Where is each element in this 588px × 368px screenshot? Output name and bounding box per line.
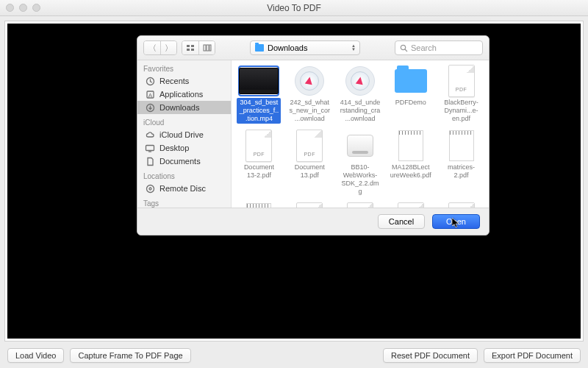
chevron-updown-icon: ▲▼ <box>351 44 356 52</box>
svg-point-7 <box>401 45 405 49</box>
svg-point-16 <box>149 188 151 190</box>
file-item[interactable]: PDFTNPSC-GENER...RIAL.pdf <box>438 204 484 208</box>
nav-back-button[interactable]: 〈 <box>144 41 160 54</box>
downloads-icon <box>145 103 155 112</box>
file-item[interactable]: PDFDocument 13-2.pdf <box>236 131 282 197</box>
file-thumbnail: PROV <box>391 204 431 208</box>
search-icon <box>400 44 408 52</box>
svg-rect-6 <box>209 45 211 51</box>
open-file-dialog: 〈 〉 Downloads ▲▼ Search FavoritesRecents… <box>137 35 490 236</box>
file-name-label: 304_sd_best_practices_f...tion.mp4 <box>237 98 281 124</box>
svg-point-15 <box>146 185 154 192</box>
search-input[interactable]: Search <box>395 40 483 55</box>
file-thumbnail <box>340 66 380 96</box>
file-thumbnail <box>391 66 431 96</box>
svg-text:A: A <box>148 91 152 98</box>
location-popup[interactable]: Downloads ▲▼ <box>250 40 360 55</box>
file-browser[interactable]: 304_sd_best_practices_f...tion.mp4242_sd… <box>232 60 489 208</box>
sidebar-item-remote-disc[interactable]: Remote Disc <box>137 182 231 195</box>
window-title: Video To PDF <box>0 3 588 13</box>
export-pdf-button[interactable]: Export PDF Document <box>484 348 581 363</box>
file-item[interactable]: matrices-2.pdf <box>438 131 484 197</box>
file-item[interactable]: PROVEisenDistri.provisionprofile <box>337 204 384 208</box>
file-name-label: Document 13-2.pdf <box>237 163 281 180</box>
file-thumbnail <box>239 204 279 208</box>
file-thumbnail <box>442 131 481 160</box>
svg-line-8 <box>405 49 407 52</box>
capture-frame-button[interactable]: Capture Frame To PDF Page <box>70 348 190 363</box>
file-thumbnail: PDF <box>239 131 279 160</box>
sidebar-item-label: Recents <box>159 77 189 85</box>
file-name-label: PDFDemo <box>394 98 428 107</box>
open-button-label: Open <box>446 217 466 226</box>
reset-pdf-button[interactable]: Reset PDF Document <box>383 348 478 363</box>
sidebar-item-documents[interactable]: Documents <box>137 155 231 168</box>
file-name-label: BB10-WebWorks-SDK_2.2.dmg <box>338 163 382 197</box>
sidebar-item-label: Documents <box>159 157 201 166</box>
cancel-button[interactable]: Cancel <box>378 214 425 229</box>
file-item[interactable]: PROVEisenDevice.provisionprofile <box>387 204 434 208</box>
file-item[interactable]: matrices.pdf <box>236 204 282 208</box>
file-thumbnail <box>290 66 329 96</box>
file-thumbnail: PDF <box>290 204 329 208</box>
sidebar-item-label: Desktop <box>159 144 189 152</box>
file-name-label: MA128BLectureWeek6.pdf <box>389 163 433 180</box>
location-label: Downloads <box>268 43 307 52</box>
file-thumbnail: PDF <box>442 204 481 208</box>
file-item[interactable]: PDFDemo <box>387 66 434 124</box>
file-name-label: Document 13.pdf <box>287 163 331 180</box>
sidebar-item-icloud-drive[interactable]: iCloud Drive <box>137 128 231 141</box>
open-button[interactable]: Open <box>432 214 480 229</box>
file-item[interactable]: PDFquiz_04sle_eigenvaluesan...ution.pdf <box>287 204 333 208</box>
file-thumbnail <box>239 66 279 96</box>
svg-rect-5 <box>207 45 209 51</box>
file-item[interactable]: PDFBlackBerry-Dynami...e-en.pdf <box>438 66 484 124</box>
file-name-label: 414_sd_understanding_cra...ownload <box>338 98 382 124</box>
window-titlebar: Video To PDF <box>0 0 588 16</box>
nav-back-forward: 〈 〉 <box>143 40 177 55</box>
dialog-toolbar: 〈 〉 Downloads ▲▼ Search <box>137 36 489 60</box>
disc-icon <box>145 184 155 193</box>
svg-rect-13 <box>146 145 154 150</box>
sidebar-item-label: Applications <box>159 90 203 99</box>
file-item[interactable]: 242_sd_whats_new_in_cor...ownload <box>287 66 333 124</box>
apps-icon: A <box>145 90 155 99</box>
file-item[interactable]: 304_sd_best_practices_f...tion.mp4 <box>236 66 282 124</box>
load-video-button[interactable]: Load Video <box>7 348 64 363</box>
sidebar-item-label: iCloud Drive <box>159 130 204 139</box>
file-thumbnail: PDF <box>290 131 329 160</box>
desktop-icon <box>145 144 155 152</box>
sidebar-section-header: Favorites <box>137 60 231 74</box>
svg-rect-4 <box>204 45 206 51</box>
nav-forward-button[interactable]: 〉 <box>160 41 176 54</box>
docs-icon <box>145 157 155 166</box>
file-thumbnail <box>391 131 431 160</box>
sidebar-item-label: Remote Disc <box>159 184 206 193</box>
sidebar-section-header: Tags <box>137 195 231 208</box>
svg-rect-2 <box>187 49 190 51</box>
cloud-icon <box>145 130 155 139</box>
column-view-button[interactable] <box>198 41 215 54</box>
bottom-toolbar: Load Video Capture Frame To PDF Page Res… <box>0 343 588 368</box>
file-thumbnail: PDF <box>442 66 481 96</box>
svg-rect-0 <box>187 45 190 47</box>
file-item[interactable]: BB10-WebWorks-SDK_2.2.dmg <box>337 131 384 197</box>
file-thumbnail <box>340 131 380 160</box>
file-item[interactable]: 414_sd_understanding_cra...ownload <box>337 66 384 124</box>
file-item[interactable]: MA128BLectureWeek6.pdf <box>387 131 434 197</box>
dialog-sidebar: FavoritesRecentsAApplicationsDownloadsiC… <box>137 60 232 208</box>
sidebar-item-label: Downloads <box>159 103 199 112</box>
dialog-footer: Cancel Open <box>137 208 489 235</box>
clock-icon <box>145 77 155 85</box>
folder-icon <box>255 44 264 52</box>
sidebar-item-applications[interactable]: AApplications <box>137 88 231 101</box>
file-name-label: matrices-2.pdf <box>440 163 484 180</box>
sidebar-item-recents[interactable]: Recents <box>137 74 231 88</box>
sidebar-item-desktop[interactable]: Desktop <box>137 141 231 155</box>
file-thumbnail: PROV <box>340 204 380 208</box>
icon-view-button[interactable] <box>182 41 198 54</box>
svg-rect-3 <box>191 49 194 51</box>
sidebar-section-header: iCloud <box>137 114 231 128</box>
sidebar-item-downloads[interactable]: Downloads <box>137 101 231 114</box>
file-item[interactable]: PDFDocument 13.pdf <box>287 131 333 197</box>
